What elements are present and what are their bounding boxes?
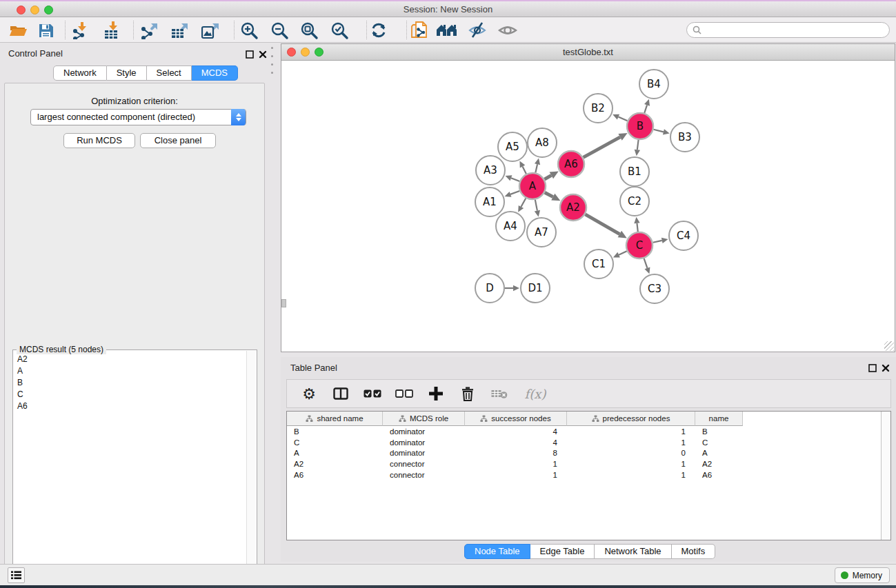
- home-view-button[interactable]: [436, 21, 458, 40]
- zoom-in-button[interactable]: [238, 21, 260, 40]
- tab-select[interactable]: Select: [147, 65, 192, 81]
- mcds-list-scrollbar[interactable]: [246, 351, 256, 585]
- network-graph[interactable]: B4B2BB3A8A5A6A3B1AA1C2A2A4A7C4CC1C3DD1: [281, 61, 895, 352]
- edge-A2-C[interactable]: [585, 214, 619, 234]
- delete-table-button[interactable]: [490, 384, 509, 403]
- table-scrollbar[interactable]: [881, 412, 890, 540]
- refresh-view-button[interactable]: [368, 21, 390, 40]
- minimize-window-button[interactable]: [30, 6, 39, 14]
- mcds-result-item[interactable]: B: [14, 376, 247, 388]
- edge-C-C2[interactable]: [637, 223, 637, 232]
- delete-column-button[interactable]: [458, 384, 477, 403]
- table-row[interactable]: Adominator80A: [287, 448, 880, 459]
- split-columns-button[interactable]: [331, 384, 350, 403]
- zoom-fit-button[interactable]: [298, 21, 320, 40]
- deselect-all-button[interactable]: [395, 384, 414, 403]
- task-history-button[interactable]: [8, 567, 25, 583]
- splitter-handle-dot[interactable]: [271, 63, 273, 65]
- table-row[interactable]: Cdominator41C: [287, 437, 880, 448]
- tab-network-table[interactable]: Network Table: [595, 544, 671, 559]
- edge-B-B3[interactable]: [653, 130, 664, 132]
- edge-A-A1[interactable]: [510, 191, 519, 194]
- zoom-network-window-button[interactable]: [315, 48, 323, 57]
- close-window-button[interactable]: [17, 6, 26, 14]
- import-table-button[interactable]: [101, 21, 123, 40]
- edge-A-A3[interactable]: [511, 178, 519, 181]
- mcds-result-item[interactable]: A2: [14, 353, 247, 365]
- add-column-button[interactable]: [426, 384, 446, 403]
- import-network-button[interactable]: [70, 21, 92, 40]
- table-row[interactable]: Bdominator41B: [287, 426, 880, 437]
- edge-C-C1[interactable]: [619, 251, 627, 254]
- mcds-result-item[interactable]: A: [14, 365, 247, 376]
- export-network-button[interactable]: [139, 21, 161, 40]
- edge-C-C3[interactable]: [644, 258, 648, 268]
- tab-motifs[interactable]: Motifs: [672, 544, 716, 559]
- close-network-window-button[interactable]: [287, 48, 296, 57]
- edge-A-A4[interactable]: [521, 199, 526, 207]
- edge-B-B1[interactable]: [637, 140, 639, 150]
- save-session-button[interactable]: [34, 21, 57, 40]
- splitter-handle-dot[interactable]: [271, 55, 273, 57]
- network-frame-side-handle[interactable]: [281, 299, 286, 307]
- eye-icon: [498, 21, 517, 39]
- mcds-result-item[interactable]: C: [14, 388, 247, 400]
- float-panel-icon[interactable]: [246, 49, 254, 57]
- edge-A-A5[interactable]: [523, 167, 526, 174]
- export-image-button[interactable]: [199, 21, 221, 40]
- mcds-result-list[interactable]: A2ABCA6: [14, 353, 247, 412]
- run-mcds-button[interactable]: Run MCDS: [63, 133, 135, 148]
- show-panel-button[interactable]: [497, 21, 519, 40]
- zoom-selected-icon: [330, 21, 349, 40]
- mcds-result-item[interactable]: A6: [14, 400, 247, 412]
- edge-A-A6[interactable]: [544, 175, 551, 179]
- memory-button[interactable]: Memory: [835, 567, 890, 583]
- clone-network-button[interactable]: [408, 21, 430, 40]
- search-input[interactable]: [705, 26, 889, 35]
- edge-A-A2[interactable]: [545, 192, 553, 196]
- graph-node-label: C1: [592, 258, 606, 270]
- column-header-shared-name[interactable]: shared name: [287, 412, 383, 426]
- tab-node-table[interactable]: Node Table: [464, 544, 530, 559]
- zoom-selected-button[interactable]: [328, 21, 350, 40]
- splitter-handle-dot[interactable]: [271, 72, 273, 74]
- close-panel-icon[interactable]: [259, 49, 267, 57]
- table-row[interactable]: A2connector11A2: [287, 458, 880, 469]
- zoom-window-button[interactable]: [44, 6, 53, 14]
- table-cell: A: [287, 449, 383, 457]
- tab-mcds[interactable]: MCDS: [192, 65, 238, 81]
- optimization-criterion-select[interactable]: largest connected component (directed): [30, 109, 246, 125]
- table-row[interactable]: A6connector11A6: [287, 469, 880, 480]
- column-header-MCDS-role[interactable]: MCDS role: [383, 412, 465, 426]
- open-session-button[interactable]: [7, 21, 29, 40]
- tab-edge-table[interactable]: Edge Table: [530, 544, 595, 559]
- close-panel-button[interactable]: Close panel: [140, 133, 216, 148]
- main-titlebar[interactable]: Session: New Session: [0, 1, 896, 17]
- close-table-panel-icon[interactable]: [882, 363, 890, 371]
- float-table-panel-icon[interactable]: [868, 363, 877, 371]
- table-cell: A6: [695, 471, 743, 479]
- select-all-button[interactable]: [363, 384, 382, 403]
- network-window-resize-grip[interactable]: [884, 341, 894, 351]
- column-header-successor-nodes[interactable]: successor nodes: [465, 412, 567, 426]
- export-table-button[interactable]: [169, 21, 191, 40]
- table-cell: 1: [465, 460, 567, 468]
- column-header-name[interactable]: name: [695, 412, 743, 426]
- edge-A-A7[interactable]: [535, 200, 537, 211]
- minimize-network-window-button[interactable]: [301, 48, 310, 57]
- edge-B-B4[interactable]: [644, 105, 647, 113]
- network-window-titlebar[interactable]: testGlobe.txt: [281, 44, 895, 61]
- edge-A-A8[interactable]: [535, 164, 537, 172]
- splitter-handle-dot[interactable]: [271, 47, 273, 49]
- tab-style[interactable]: Style: [107, 65, 147, 81]
- hide-panel-button[interactable]: [466, 21, 488, 40]
- column-header-predecessor-nodes[interactable]: predecessor nodes: [567, 412, 695, 426]
- edge-B-B2[interactable]: [618, 117, 627, 121]
- tab-network[interactable]: Network: [53, 65, 107, 81]
- zoom-out-button[interactable]: [268, 21, 290, 40]
- table-settings-button[interactable]: ⚙: [299, 384, 319, 403]
- edge-A6-B[interactable]: [584, 137, 621, 157]
- function-builder-button[interactable]: f(x): [521, 384, 549, 403]
- network-canvas[interactable]: B4B2BB3A8A5A6A3B1AA1C2A2A4A7C4CC1C3DD1: [281, 61, 895, 352]
- edge-C-C4[interactable]: [653, 241, 662, 243]
